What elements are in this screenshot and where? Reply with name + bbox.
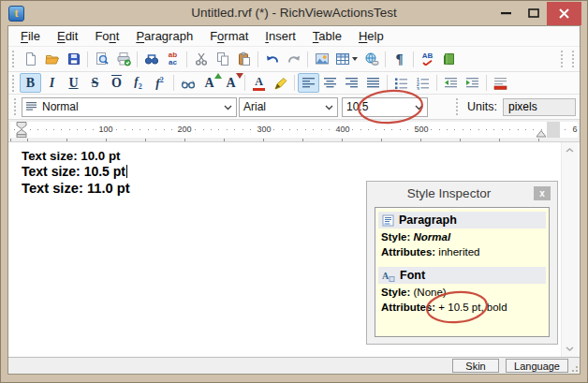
units-select[interactable]: pixels — [503, 98, 576, 116]
toolbar-gripper[interactable] — [14, 98, 16, 115]
decrease-indent-button[interactable] — [440, 73, 462, 93]
font-name-combo[interactable]: Arial — [239, 97, 338, 117]
font-size-combo[interactable]: 10.5 — [342, 97, 428, 117]
save-button[interactable] — [63, 50, 84, 69]
paragraph-color-icon — [493, 77, 507, 90]
replace-icon: abac — [169, 52, 177, 66]
scroll-down-icon[interactable] — [562, 341, 578, 357]
readability-button[interactable] — [177, 73, 198, 93]
hyperlink-globe-icon — [364, 52, 379, 66]
font-style-line: Style: (None) — [381, 287, 547, 299]
align-right-button[interactable] — [341, 73, 362, 93]
style-inspector-close-button[interactable]: x — [534, 186, 551, 200]
right-indent-marker[interactable] — [536, 130, 547, 138]
close-icon — [559, 8, 569, 19]
align-center-button[interactable] — [319, 73, 341, 93]
overline-button[interactable]: O — [106, 73, 127, 93]
menu-format[interactable]: Format — [201, 29, 257, 43]
shrink-font-button[interactable]: A — [220, 73, 242, 93]
app-window: t Untitled.rvf (*) - RichViewActionsTest… — [0, 0, 588, 383]
separator — [486, 75, 487, 91]
toolbar-gripper[interactable] — [12, 51, 14, 67]
book-icon — [442, 52, 457, 66]
undo-icon — [265, 52, 280, 66]
copy-button[interactable] — [212, 50, 233, 69]
new-document-button[interactable] — [20, 50, 41, 69]
font-section-icon: A — [382, 270, 395, 282]
units-value: pixels — [508, 100, 537, 113]
menu-insert[interactable]: Insert — [257, 29, 304, 43]
skin-button[interactable]: Skin — [452, 359, 499, 373]
minimize-icon — [501, 12, 511, 15]
subscript-button[interactable]: f2 — [127, 73, 149, 93]
menu-edit[interactable]: Edit — [49, 29, 86, 43]
toolbar-gripper[interactable] — [572, 51, 574, 67]
menu-table[interactable]: Table — [304, 29, 350, 43]
superscript-button[interactable]: f2 — [149, 73, 170, 93]
close-button[interactable] — [547, 2, 581, 25]
toolbar-gripper[interactable] — [12, 75, 14, 92]
strikethrough-button[interactable]: S — [84, 73, 106, 93]
pilcrow-icon: ¶ — [395, 52, 403, 66]
grow-font-button[interactable]: A — [198, 73, 220, 93]
increase-indent-button[interactable] — [462, 73, 483, 93]
ruler-band: 100 200 300 400 500 6 — [10, 122, 578, 138]
scroll-up-icon[interactable] — [562, 142, 578, 158]
redo-button[interactable] — [283, 50, 304, 69]
insert-table-button[interactable] — [332, 50, 360, 69]
font-color-button[interactable]: A — [248, 73, 270, 93]
open-button[interactable] — [41, 50, 63, 69]
spell-check-button[interactable]: AB — [417, 50, 438, 69]
undo-button[interactable] — [261, 50, 283, 69]
numbering-button[interactable]: 123 — [412, 73, 434, 93]
first-line-indent-marker[interactable] — [16, 122, 27, 129]
bold-button[interactable]: B — [20, 73, 41, 93]
toolbar-styles: Normal Arial 10.5 Units: pixels — [8, 95, 580, 120]
replace-button[interactable]: abac — [162, 50, 184, 69]
toolbar-gripper[interactable] — [456, 98, 458, 115]
menu-paragraph[interactable]: Paragraph — [127, 29, 201, 43]
insert-picture-button[interactable] — [311, 50, 332, 69]
resize-grip[interactable] — [569, 363, 579, 373]
editor-area[interactable]: Text size: 10.0 pt Text size: 10.5 pt Te… — [8, 142, 580, 357]
font-color-icon: A — [253, 76, 265, 91]
menu-font[interactable]: Font — [86, 29, 127, 43]
italic-button[interactable]: I — [41, 73, 63, 93]
document-line[interactable]: Text size: 10.0 pt — [22, 142, 580, 164]
minimize-button[interactable] — [493, 1, 518, 25]
maximize-button[interactable] — [522, 1, 546, 25]
font-section-header: A Font — [378, 267, 546, 284]
menu-file[interactable]: File — [12, 29, 49, 43]
paragraph-color-button[interactable] — [490, 73, 511, 93]
vertical-scrollbar[interactable] — [561, 142, 578, 357]
new-document-icon — [23, 52, 38, 66]
document-line[interactable]: Text size: 10.5 pt — [22, 164, 580, 180]
find-button[interactable] — [140, 50, 162, 69]
thesaurus-button[interactable] — [438, 50, 460, 69]
toolbar-gripper[interactable] — [561, 51, 563, 67]
language-button[interactable]: Language — [506, 359, 568, 373]
outdent-icon — [444, 77, 458, 90]
paste-button[interactable] — [233, 50, 255, 69]
cut-button[interactable] — [190, 50, 212, 69]
paste-icon — [237, 52, 252, 66]
justify-button[interactable] — [362, 73, 384, 93]
highlight-button[interactable] — [270, 73, 291, 93]
align-center-icon — [323, 77, 337, 90]
print-preview-button[interactable] — [91, 50, 112, 69]
bullets-button[interactable] — [390, 73, 412, 93]
client-area: File Edit Font Paragraph Format Insert T… — [8, 26, 580, 374]
paragraph-marks-button[interactable]: ¶ — [389, 50, 410, 69]
align-left-button[interactable] — [298, 73, 319, 93]
hanging-indent-marker[interactable] — [16, 129, 27, 138]
menu-help[interactable]: Help — [350, 29, 392, 43]
print-button[interactable] — [112, 50, 134, 69]
hyperlink-button[interactable] — [360, 50, 382, 69]
separator — [385, 52, 386, 67]
ruler-subticks — [10, 139, 578, 141]
menu-bar: File Edit Font Paragraph Format Insert T… — [8, 26, 580, 47]
underline-button[interactable]: U — [63, 73, 84, 93]
style-combo[interactable]: Normal — [22, 97, 237, 117]
table-icon — [335, 52, 350, 66]
red-check-icon — [422, 60, 433, 66]
